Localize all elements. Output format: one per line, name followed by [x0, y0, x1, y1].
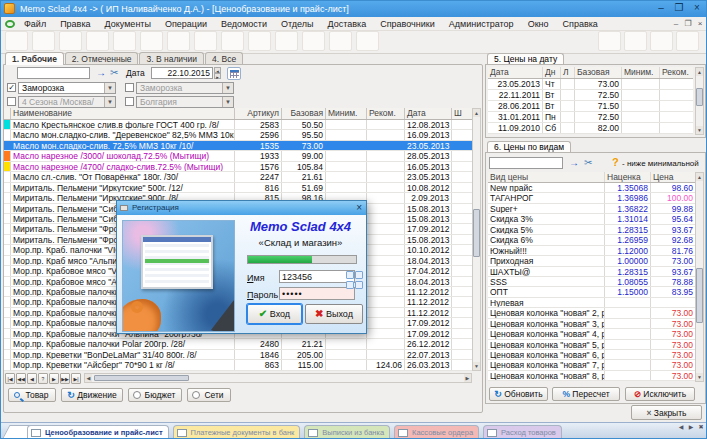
scroll-up-icon[interactable]: ▲ — [696, 173, 703, 181]
table-row[interactable]: Масло мон.сладко-слив. 72,5% ММЗ 10кг /1… — [4, 141, 472, 151]
col-base[interactable]: Базовая — [575, 67, 622, 78]
table-row[interactable]: ОПТ 1.15000 83.95 — [488, 287, 695, 297]
chevron-down-icon[interactable]: ▼ — [104, 83, 115, 93]
mdi-restore-button[interactable]: ❐ — [683, 19, 693, 29]
col-min[interactable]: Миним. — [326, 108, 367, 119]
chip-icon[interactable] — [598, 31, 621, 51]
table-row[interactable]: Скидка 6% 1.26959 92.68 — [488, 235, 695, 245]
nav-next-button[interactable]: ▶ — [49, 373, 59, 384]
password-field[interactable] — [279, 287, 355, 300]
table-row[interactable]: Южный!!! 1.12000 81.76 — [488, 246, 695, 256]
edit-document-icon[interactable] — [113, 31, 136, 51]
col-markup[interactable]: Наценка — [605, 172, 651, 182]
dvizhenie-button[interactable]: ↻ Движение — [61, 388, 123, 402]
col-date[interactable]: Дата — [488, 67, 543, 78]
scroll-up-icon[interactable]: ▲ — [696, 68, 703, 76]
col-kind[interactable]: Вид цены — [488, 172, 605, 182]
table-row[interactable]: Масло нарезное /4700/ сладко-слив.72.5% … — [4, 162, 472, 172]
table-row[interactable]: ТАГАНРОГ 1.36986 100.00 — [488, 193, 695, 203]
taskbar-tab-statements[interactable]: Выписки из банка — [304, 425, 390, 439]
taskbar-tab-pricing[interactable]: Ценообразование и прайс-лист — [27, 425, 169, 439]
table-row[interactable]: 23.05.2013 Чт 73.00 — [488, 79, 693, 90]
taskbar-tab-cash-orders[interactable]: Кассовые ордера — [394, 425, 479, 439]
scroll-down-icon[interactable]: ▼ — [473, 362, 480, 370]
page-tab[interactable]: 1. Рабочие — [5, 52, 64, 65]
close-panel-button[interactable]: × Закрыть — [631, 405, 702, 420]
nav-first-button[interactable]: |◀ — [5, 373, 15, 384]
table-row[interactable]: Ценовая колонка "новая" 4, руб 73.00 — [488, 329, 695, 339]
date-spin-up[interactable]: ▸ — [214, 73, 221, 79]
table-row[interactable]: Масло сл.-слив. "От Поварёнка" 180г. /30… — [4, 172, 472, 182]
nav-prior-page-button[interactable]: ◀◀ — [16, 373, 26, 384]
table-row[interactable]: Ценовая колонка "новая" 6, руб 73.00 — [488, 350, 695, 360]
table-row[interactable]: Ценовая колонка "новая" 2, руб 73.00 — [488, 308, 695, 318]
col-price[interactable]: Цена — [651, 172, 695, 182]
scroll-thumb[interactable] — [94, 375, 189, 381]
col-min[interactable]: Миним. — [622, 67, 660, 78]
scroll-down-icon[interactable]: ▼ — [696, 126, 703, 134]
col-base[interactable]: Базовая — [282, 108, 326, 119]
col-l[interactable]: Л — [561, 67, 575, 78]
chevron-down-icon[interactable]: ▼ — [222, 83, 233, 93]
table-row[interactable]: 11.09.2010 Сб 82.00 — [488, 123, 693, 134]
tovar-button[interactable]: Товар — [8, 388, 56, 402]
name-field[interactable] — [279, 270, 355, 283]
cash-register-icon[interactable] — [59, 31, 82, 51]
col-artikul[interactable]: Артикул — [235, 108, 282, 119]
menu-item[interactable]: Справка — [556, 17, 605, 31]
search-go-icon[interactable]: → — [569, 157, 579, 169]
menu-item[interactable]: Операции — [158, 17, 214, 31]
clipboard-check-icon[interactable] — [356, 31, 379, 51]
globe-icon[interactable] — [624, 31, 647, 51]
table-row[interactable]: Скидка 3% 1.31014 95.64 — [488, 214, 695, 224]
wallet-icon[interactable] — [140, 31, 163, 51]
mdi-close-button[interactable]: × — [695, 19, 705, 29]
menu-item[interactable]: Окно — [521, 17, 556, 31]
date-input[interactable] — [151, 67, 213, 79]
nav-next-page-button[interactable]: ▶▶ — [60, 373, 70, 384]
mdi-minimize-button[interactable]: – — [671, 19, 681, 29]
table-row[interactable]: Мор.пр. Креветки "Айсберг" 70*90 1 кг /8… — [4, 360, 472, 370]
scroll-up-icon[interactable]: ▲ — [473, 109, 480, 117]
cut-filter-icon[interactable]: ✂ — [584, 157, 592, 169]
filter-combobox[interactable]: Заморозка ▼ — [18, 82, 116, 94]
table-horizontal-scrollbar[interactable]: ◀ ▶ — [84, 373, 472, 383]
login-button[interactable]: ✔ Вход — [247, 304, 302, 324]
refresh-button[interactable]: ↻ Обновить — [489, 387, 548, 401]
table-row[interactable]: 31.01.2011 Пн 72.50 — [488, 112, 693, 123]
chat-icon[interactable] — [650, 31, 673, 51]
filter-combobox[interactable]: Болгария ▼ — [136, 96, 234, 108]
table-row[interactable]: 28.06.2011 Вт 71.50 — [488, 101, 693, 112]
table-row[interactable]: Ценовая колонка "новая" 5, руб 73.00 — [488, 340, 695, 350]
menu-item[interactable]: Файл — [17, 17, 53, 31]
taskbar-scroll-right-button[interactable]: ▶ — [687, 423, 695, 432]
table-row[interactable]: Ценовая колонка "новая" 8, руб 73.00 — [488, 371, 695, 381]
col-sh[interactable]: Ш — [452, 108, 466, 119]
exclude-button[interactable]: ⊘ Исключить — [625, 387, 695, 401]
col-name[interactable]: Наименование — [11, 108, 235, 119]
mail-icon[interactable] — [676, 31, 699, 51]
nav-last-button[interactable]: ▶| — [71, 373, 81, 384]
scroll-down-icon[interactable]: ▼ — [696, 373, 703, 381]
table-row[interactable]: Масло мон.сладко-слив. "Деревенское" 82,… — [4, 130, 472, 140]
scroll-left-icon[interactable]: ◀ — [85, 374, 92, 382]
delete-document-icon[interactable] — [32, 31, 55, 51]
table-row[interactable]: Мор.пр. Крабовые палочки Polar 200гр. /2… — [4, 339, 472, 349]
binder-icon[interactable] — [221, 31, 244, 51]
table-row[interactable]: ШАХТЫ@ 1.28315 93.67 — [488, 267, 695, 277]
delivery-truck-icon[interactable] — [329, 31, 352, 51]
taskbar-tab-payments[interactable]: Платежные документы в банк — [173, 425, 301, 439]
chevron-down-icon[interactable]: ▼ — [222, 97, 233, 107]
filter-checkbox[interactable]: ✓ — [7, 83, 16, 92]
table-row[interactable]: Приходная 1.00000 73.00 — [488, 256, 695, 266]
col-day[interactable]: Дн — [543, 67, 561, 78]
col-rekom[interactable]: Реком. — [660, 67, 693, 78]
menu-item[interactable]: Ведомости — [214, 17, 274, 31]
filter-checkbox[interactable] — [125, 83, 134, 92]
scroll-thumb[interactable] — [473, 209, 480, 257]
table-row[interactable]: Ценовая колонка "новая" 3, руб 73.00 — [488, 319, 695, 329]
seti-button[interactable]: Сети — [187, 388, 231, 402]
cut-filter-icon[interactable]: ✂ — [110, 67, 118, 79]
payment-card-icon[interactable] — [86, 31, 109, 51]
recalc-button[interactable]: % Пересчет — [552, 387, 620, 401]
